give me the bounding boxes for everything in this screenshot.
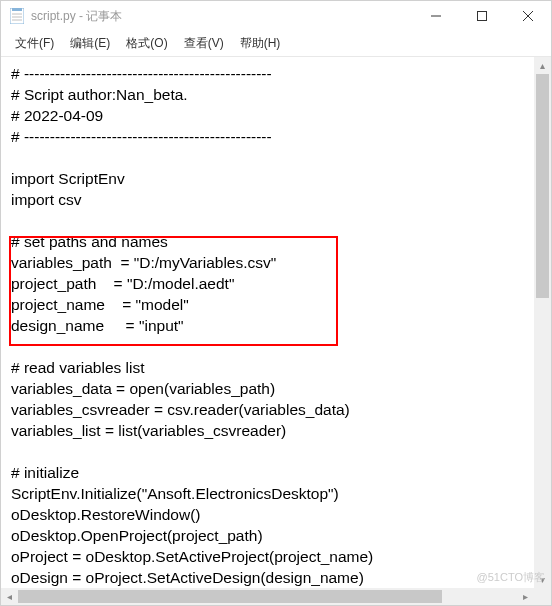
scroll-right-icon[interactable]: ▸ — [517, 588, 534, 605]
horizontal-scrollbar[interactable]: ◂ ▸ — [1, 588, 534, 605]
editor-text[interactable]: # --------------------------------------… — [1, 57, 551, 598]
svg-rect-1 — [12, 8, 22, 11]
maximize-button[interactable] — [459, 1, 505, 31]
menu-view[interactable]: 查看(V) — [176, 32, 232, 55]
editor-area: # --------------------------------------… — [1, 57, 551, 605]
scroll-up-icon[interactable]: ▴ — [534, 57, 551, 74]
horizontal-scroll-track[interactable] — [18, 588, 517, 605]
app-icon — [9, 8, 25, 24]
menu-file[interactable]: 文件(F) — [7, 32, 62, 55]
menu-help[interactable]: 帮助(H) — [232, 32, 289, 55]
menubar: 文件(F) 编辑(E) 格式(O) 查看(V) 帮助(H) — [1, 31, 551, 57]
notepad-window: script.py - 记事本 文件(F) 编辑(E) 格式(O) 查看(V) … — [0, 0, 552, 606]
watermark: @51CTO博客 — [477, 570, 545, 585]
scroll-left-icon[interactable]: ◂ — [1, 588, 18, 605]
svg-rect-6 — [478, 12, 487, 21]
vertical-scrollbar[interactable]: ▴ ▾ — [534, 57, 551, 588]
horizontal-scroll-thumb[interactable] — [18, 590, 442, 603]
menu-edit[interactable]: 编辑(E) — [62, 32, 118, 55]
minimize-button[interactable] — [413, 1, 459, 31]
window-title: script.py - 记事本 — [31, 8, 413, 25]
vertical-scroll-thumb[interactable] — [536, 74, 549, 298]
menu-format[interactable]: 格式(O) — [118, 32, 175, 55]
close-button[interactable] — [505, 1, 551, 31]
titlebar[interactable]: script.py - 记事本 — [1, 1, 551, 31]
scroll-corner — [534, 588, 551, 605]
vertical-scroll-track[interactable] — [534, 74, 551, 571]
window-controls — [413, 1, 551, 31]
